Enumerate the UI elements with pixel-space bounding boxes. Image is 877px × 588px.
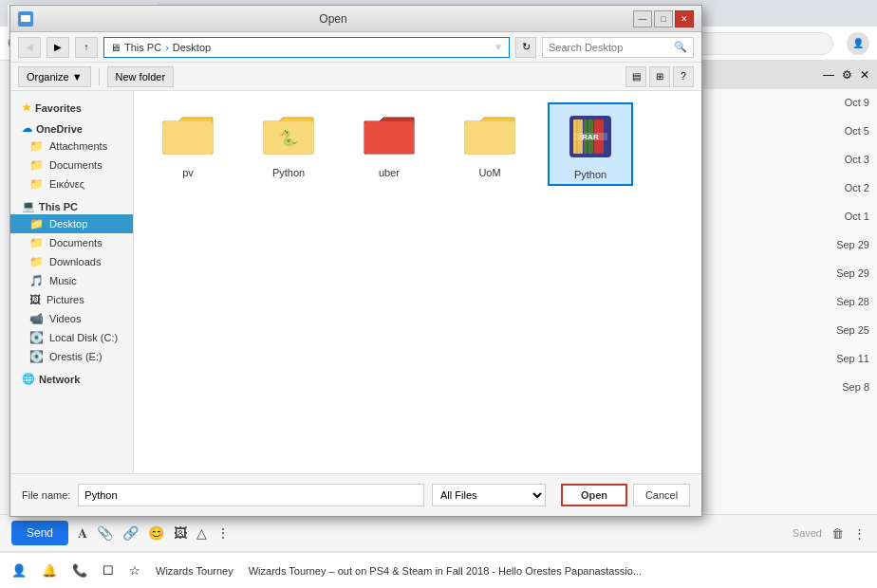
attachment-icon[interactable]: 📎 [97, 525, 113, 541]
close-button[interactable]: ✕ [675, 10, 694, 28]
sidebar-item-label: Pictures [47, 294, 84, 305]
phone-icon[interactable]: 📞 [72, 563, 87, 578]
file-label: Python [574, 169, 606, 180]
sidebar-item-downloads[interactable]: 📁 Downloads [10, 252, 133, 271]
thispc-header[interactable]: 💻 This PC [10, 197, 133, 214]
sidebar-item-attachments[interactable]: 📁 Attachments [10, 137, 133, 156]
onedrive-header[interactable]: ☁ OneDrive [10, 119, 133, 137]
open-button[interactable]: Open [561, 484, 627, 506]
sidebar-item-videos[interactable]: 📹 Videos [10, 309, 133, 328]
folder-icon: 📁 [29, 139, 44, 153]
file-item-python-folder[interactable]: 🐍 Python [246, 102, 331, 186]
star-status-icon[interactable]: ☆ [129, 563, 140, 578]
sidebar-item-label: Attachments [49, 140, 107, 152]
dialog-titlebar: Open — □ ✕ [10, 6, 701, 32]
date-item: Oct 2 [711, 182, 869, 193]
new-folder-button[interactable]: New folder [107, 66, 175, 87]
sidebar-item-orestis[interactable]: 💽 Orestis (E:) [10, 347, 133, 366]
emoji-icon[interactable]: 😊 [148, 525, 164, 541]
view-toggle-button[interactable]: ▤ [625, 66, 646, 87]
format-text-icon[interactable]: 𝐀 [78, 525, 87, 542]
sidebar-item-local-disk[interactable]: 💽 Local Disk (C:) [10, 328, 133, 347]
send-button[interactable]: Send [11, 521, 68, 545]
open-dialog: Open — □ ✕ ◀ ▶ ↑ 🖥 This PC › Desktop ▼ ↻… [9, 5, 702, 517]
filename-label: File name: [22, 489, 70, 501]
profile-status-icon[interactable]: 👤 [11, 563, 27, 578]
date-item: Oct 5 [711, 125, 869, 137]
settings-icon[interactable]: ⚙ [842, 68, 852, 82]
sidebar-item-documents-od[interactable]: 📁 Documents [10, 156, 133, 175]
dialog-buttons: Open Cancel [561, 484, 690, 506]
cancel-button[interactable]: Cancel [633, 484, 690, 506]
filename-input[interactable] [78, 484, 424, 506]
file-label: Python [272, 167, 305, 178]
date-item: Oct 9 [711, 97, 869, 108]
folder-icon: 📁 [29, 236, 44, 249]
sidebar-item-documents[interactable]: 📁 Documents [10, 233, 133, 252]
back-button[interactable]: ◀ [18, 37, 41, 58]
refresh-button[interactable]: ↻ [515, 37, 536, 58]
date-item: Sep 11 [711, 353, 869, 364]
close-panel-icon[interactable]: ✕ [860, 68, 869, 82]
svg-rect-8 [364, 121, 414, 154]
file-item-uom[interactable]: UoM [447, 102, 532, 186]
status-bar: 👤 🔔 📞 ☐ ☆ Wizards Tourney Wizards Tourne… [0, 552, 877, 588]
onedrive-icon: ☁ [22, 122, 32, 135]
favorites-header[interactable]: ★ Favorites [10, 99, 133, 116]
sidebar-item-label: Orestis (E:) [49, 351, 103, 362]
dialog-toolbar: Organize ▼ New folder ▤ ⊞ ? [10, 63, 701, 91]
file-item-pv[interactable]: pv [145, 102, 231, 186]
file-item-python-archive[interactable]: RAR Python [548, 102, 633, 186]
sidebar-item-images-od[interactable]: 📁 Εικόνες [10, 175, 133, 193]
more-icon[interactable]: ⋮ [216, 525, 230, 541]
more-options-icon[interactable]: ⋮ [853, 526, 866, 541]
network-section: 🌐 Network [10, 370, 133, 387]
folder-icon-uom [461, 106, 518, 163]
sidebar-item-label: Εικόνες [49, 178, 84, 190]
breadcrumb-dropdown-icon[interactable]: ▼ [494, 42, 503, 52]
image-icon[interactable]: 🖼 [174, 525, 187, 541]
organize-dropdown-icon: ▼ [72, 71, 83, 83]
svg-text:RAR: RAR [582, 133, 599, 141]
svg-text:🐍: 🐍 [279, 129, 298, 147]
thispc-section: 💻 This PC 📁 Desktop 📁 Documents 📁 Downlo… [10, 197, 133, 366]
breadcrumb-path[interactable]: 🖥 This PC › Desktop ▼ [103, 37, 510, 58]
profile-icon[interactable]: 👤 [847, 32, 869, 55]
folder-icon: 📹 [29, 312, 44, 325]
view-controls: ▤ ⊞ ? [625, 66, 694, 87]
titlebar-controls: — □ ✕ [633, 10, 694, 28]
filetype-select[interactable]: All FilesText FilesPython Files [432, 484, 546, 506]
thispc-label: This PC [39, 201, 78, 212]
date-item: Sep 28 [711, 296, 869, 307]
folder-icon-python: 🐍 [260, 106, 317, 163]
up-button[interactable]: ↑ [75, 37, 98, 58]
sidebar-item-pictures[interactable]: 🖼 Pictures [10, 290, 133, 309]
svg-rect-1 [21, 15, 30, 22]
view-list-button[interactable]: ⊞ [649, 66, 670, 87]
forward-button[interactable]: ▶ [47, 37, 69, 58]
drive-icon[interactable]: △ [196, 525, 207, 541]
link-icon[interactable]: 🔗 [122, 525, 139, 541]
date-item: Oct 3 [711, 154, 869, 165]
view-help-button[interactable]: ? [673, 66, 694, 87]
organize-button[interactable]: Organize ▼ [18, 66, 91, 87]
checkbox-icon[interactable]: ☐ [103, 563, 114, 578]
compose-toolbar: Send 𝐀 📎 🔗 😊 🖼 △ ⋮ Saved 🗑 ⋮ [0, 515, 877, 552]
winrar-icon: RAR [562, 108, 619, 165]
sidebar-item-desktop[interactable]: 📁 Desktop [10, 214, 133, 233]
minimize-button[interactable]: — [633, 10, 652, 28]
minimize-icon[interactable]: — [823, 68, 834, 82]
bell-icon[interactable]: 🔔 [42, 563, 57, 578]
trash-icon[interactable]: 🗑 [831, 526, 844, 541]
search-input[interactable] [549, 42, 670, 53]
folder-icon: 🖼 [29, 293, 41, 306]
date-item: Sep 29 [711, 267, 869, 279]
file-label: UoM [478, 167, 500, 178]
file-item-uber[interactable]: uber [346, 102, 432, 186]
sidebar-item-music[interactable]: 🎵 Music [10, 271, 133, 290]
maximize-button[interactable]: □ [654, 10, 673, 28]
network-header[interactable]: 🌐 Network [10, 370, 133, 387]
dialog-bottom: File name: All FilesText FilesPython Fil… [10, 473, 701, 516]
folder-icon: 📁 [29, 255, 44, 268]
search-box[interactable]: 🔍 [542, 37, 694, 58]
